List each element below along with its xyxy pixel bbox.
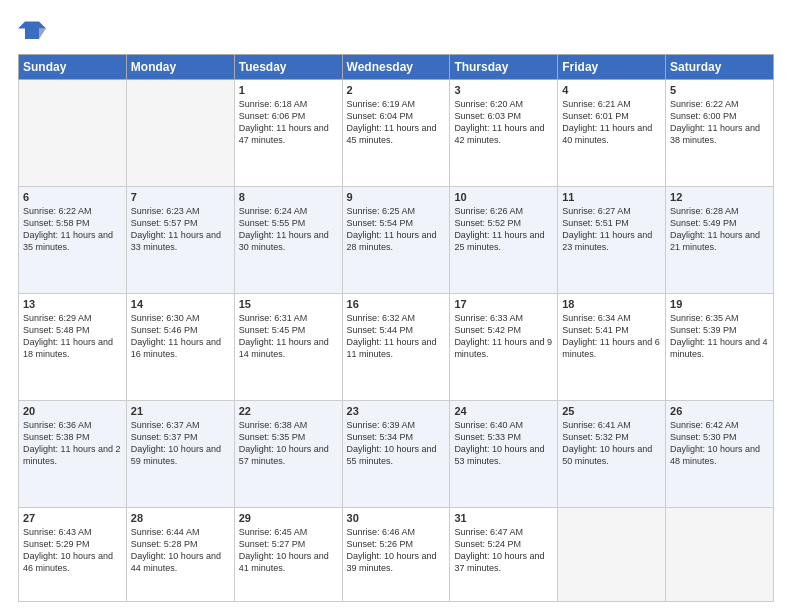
day-info: Sunrise: 6:27 AM Sunset: 5:51 PM Dayligh… — [562, 205, 661, 254]
day-info: Sunrise: 6:45 AM Sunset: 5:27 PM Dayligh… — [239, 526, 338, 575]
day-number: 13 — [23, 298, 122, 310]
calendar-cell: 22Sunrise: 6:38 AM Sunset: 5:35 PM Dayli… — [234, 400, 342, 507]
day-info: Sunrise: 6:30 AM Sunset: 5:46 PM Dayligh… — [131, 312, 230, 361]
day-info: Sunrise: 6:41 AM Sunset: 5:32 PM Dayligh… — [562, 419, 661, 468]
calendar-cell: 18Sunrise: 6:34 AM Sunset: 5:41 PM Dayli… — [558, 293, 666, 400]
calendar-cell: 2Sunrise: 6:19 AM Sunset: 6:04 PM Daylig… — [342, 80, 450, 187]
calendar-header-row: Sunday Monday Tuesday Wednesday Thursday… — [19, 55, 774, 80]
day-number: 3 — [454, 84, 553, 96]
calendar-cell: 6Sunrise: 6:22 AM Sunset: 5:58 PM Daylig… — [19, 186, 127, 293]
day-info: Sunrise: 6:23 AM Sunset: 5:57 PM Dayligh… — [131, 205, 230, 254]
day-info: Sunrise: 6:33 AM Sunset: 5:42 PM Dayligh… — [454, 312, 553, 361]
calendar-cell: 3Sunrise: 6:20 AM Sunset: 6:03 PM Daylig… — [450, 80, 558, 187]
day-number: 18 — [562, 298, 661, 310]
day-number: 20 — [23, 405, 122, 417]
day-info: Sunrise: 6:40 AM Sunset: 5:33 PM Dayligh… — [454, 419, 553, 468]
day-number: 16 — [347, 298, 446, 310]
col-saturday: Saturday — [666, 55, 774, 80]
day-number: 29 — [239, 512, 338, 524]
day-info: Sunrise: 6:21 AM Sunset: 6:01 PM Dayligh… — [562, 98, 661, 147]
day-number: 4 — [562, 84, 661, 96]
day-number: 10 — [454, 191, 553, 203]
day-number: 30 — [347, 512, 446, 524]
day-info: Sunrise: 6:22 AM Sunset: 6:00 PM Dayligh… — [670, 98, 769, 147]
calendar-week-row: 27Sunrise: 6:43 AM Sunset: 5:29 PM Dayli… — [19, 507, 774, 601]
calendar-table: Sunday Monday Tuesday Wednesday Thursday… — [18, 54, 774, 602]
day-info: Sunrise: 6:26 AM Sunset: 5:52 PM Dayligh… — [454, 205, 553, 254]
calendar-cell: 16Sunrise: 6:32 AM Sunset: 5:44 PM Dayli… — [342, 293, 450, 400]
day-info: Sunrise: 6:19 AM Sunset: 6:04 PM Dayligh… — [347, 98, 446, 147]
calendar-cell: 30Sunrise: 6:46 AM Sunset: 5:26 PM Dayli… — [342, 507, 450, 601]
calendar-cell: 11Sunrise: 6:27 AM Sunset: 5:51 PM Dayli… — [558, 186, 666, 293]
day-info: Sunrise: 6:31 AM Sunset: 5:45 PM Dayligh… — [239, 312, 338, 361]
day-number: 1 — [239, 84, 338, 96]
calendar-cell: 29Sunrise: 6:45 AM Sunset: 5:27 PM Dayli… — [234, 507, 342, 601]
calendar-cell: 15Sunrise: 6:31 AM Sunset: 5:45 PM Dayli… — [234, 293, 342, 400]
calendar-cell: 21Sunrise: 6:37 AM Sunset: 5:37 PM Dayli… — [126, 400, 234, 507]
day-info: Sunrise: 6:34 AM Sunset: 5:41 PM Dayligh… — [562, 312, 661, 361]
day-number: 17 — [454, 298, 553, 310]
day-info: Sunrise: 6:29 AM Sunset: 5:48 PM Dayligh… — [23, 312, 122, 361]
day-info: Sunrise: 6:18 AM Sunset: 6:06 PM Dayligh… — [239, 98, 338, 147]
day-info: Sunrise: 6:44 AM Sunset: 5:28 PM Dayligh… — [131, 526, 230, 575]
day-info: Sunrise: 6:24 AM Sunset: 5:55 PM Dayligh… — [239, 205, 338, 254]
calendar-cell: 20Sunrise: 6:36 AM Sunset: 5:38 PM Dayli… — [19, 400, 127, 507]
day-number: 27 — [23, 512, 122, 524]
header — [18, 18, 774, 46]
logo — [18, 18, 50, 46]
day-number: 5 — [670, 84, 769, 96]
calendar-cell — [19, 80, 127, 187]
col-wednesday: Wednesday — [342, 55, 450, 80]
calendar-cell: 17Sunrise: 6:33 AM Sunset: 5:42 PM Dayli… — [450, 293, 558, 400]
day-number: 21 — [131, 405, 230, 417]
day-info: Sunrise: 6:28 AM Sunset: 5:49 PM Dayligh… — [670, 205, 769, 254]
day-number: 22 — [239, 405, 338, 417]
generalblue-icon — [18, 18, 46, 46]
day-info: Sunrise: 6:43 AM Sunset: 5:29 PM Dayligh… — [23, 526, 122, 575]
calendar-cell: 12Sunrise: 6:28 AM Sunset: 5:49 PM Dayli… — [666, 186, 774, 293]
col-monday: Monday — [126, 55, 234, 80]
day-info: Sunrise: 6:42 AM Sunset: 5:30 PM Dayligh… — [670, 419, 769, 468]
day-number: 26 — [670, 405, 769, 417]
calendar-cell: 8Sunrise: 6:24 AM Sunset: 5:55 PM Daylig… — [234, 186, 342, 293]
calendar-cell: 10Sunrise: 6:26 AM Sunset: 5:52 PM Dayli… — [450, 186, 558, 293]
calendar-cell: 26Sunrise: 6:42 AM Sunset: 5:30 PM Dayli… — [666, 400, 774, 507]
calendar-week-row: 6Sunrise: 6:22 AM Sunset: 5:58 PM Daylig… — [19, 186, 774, 293]
day-info: Sunrise: 6:39 AM Sunset: 5:34 PM Dayligh… — [347, 419, 446, 468]
calendar-week-row: 20Sunrise: 6:36 AM Sunset: 5:38 PM Dayli… — [19, 400, 774, 507]
day-number: 31 — [454, 512, 553, 524]
day-number: 12 — [670, 191, 769, 203]
day-number: 6 — [23, 191, 122, 203]
day-number: 8 — [239, 191, 338, 203]
col-friday: Friday — [558, 55, 666, 80]
day-number: 24 — [454, 405, 553, 417]
svg-marker-1 — [39, 29, 46, 40]
day-info: Sunrise: 6:38 AM Sunset: 5:35 PM Dayligh… — [239, 419, 338, 468]
calendar-cell: 4Sunrise: 6:21 AM Sunset: 6:01 PM Daylig… — [558, 80, 666, 187]
day-info: Sunrise: 6:37 AM Sunset: 5:37 PM Dayligh… — [131, 419, 230, 468]
day-number: 9 — [347, 191, 446, 203]
day-info: Sunrise: 6:20 AM Sunset: 6:03 PM Dayligh… — [454, 98, 553, 147]
day-number: 15 — [239, 298, 338, 310]
calendar-cell: 1Sunrise: 6:18 AM Sunset: 6:06 PM Daylig… — [234, 80, 342, 187]
calendar-cell: 27Sunrise: 6:43 AM Sunset: 5:29 PM Dayli… — [19, 507, 127, 601]
day-info: Sunrise: 6:47 AM Sunset: 5:24 PM Dayligh… — [454, 526, 553, 575]
day-info: Sunrise: 6:22 AM Sunset: 5:58 PM Dayligh… — [23, 205, 122, 254]
page: Sunday Monday Tuesday Wednesday Thursday… — [0, 0, 792, 612]
calendar-cell — [126, 80, 234, 187]
calendar-cell: 9Sunrise: 6:25 AM Sunset: 5:54 PM Daylig… — [342, 186, 450, 293]
day-number: 11 — [562, 191, 661, 203]
day-info: Sunrise: 6:35 AM Sunset: 5:39 PM Dayligh… — [670, 312, 769, 361]
calendar-cell: 28Sunrise: 6:44 AM Sunset: 5:28 PM Dayli… — [126, 507, 234, 601]
day-info: Sunrise: 6:36 AM Sunset: 5:38 PM Dayligh… — [23, 419, 122, 468]
calendar-cell: 19Sunrise: 6:35 AM Sunset: 5:39 PM Dayli… — [666, 293, 774, 400]
day-number: 23 — [347, 405, 446, 417]
day-number: 14 — [131, 298, 230, 310]
calendar-cell: 24Sunrise: 6:40 AM Sunset: 5:33 PM Dayli… — [450, 400, 558, 507]
day-number: 25 — [562, 405, 661, 417]
day-number: 19 — [670, 298, 769, 310]
col-thursday: Thursday — [450, 55, 558, 80]
day-number: 2 — [347, 84, 446, 96]
day-info: Sunrise: 6:25 AM Sunset: 5:54 PM Dayligh… — [347, 205, 446, 254]
day-info: Sunrise: 6:46 AM Sunset: 5:26 PM Dayligh… — [347, 526, 446, 575]
